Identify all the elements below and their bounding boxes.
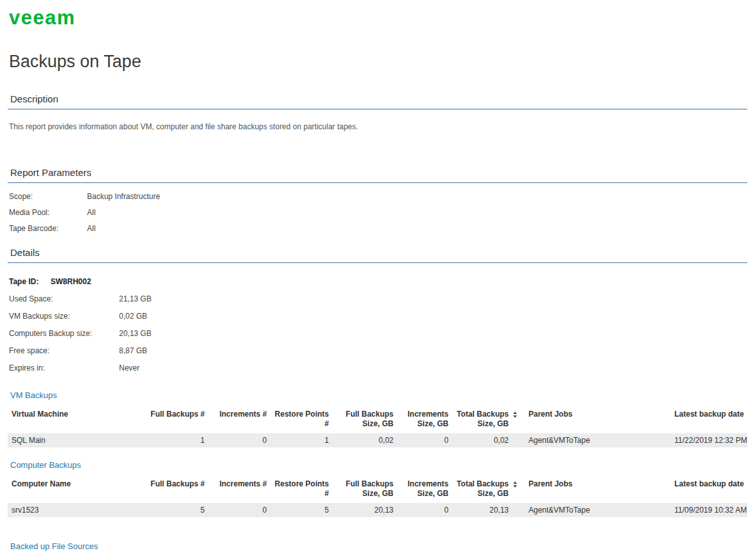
col-header-increments-count[interactable]: Increments # — [205, 408, 267, 433]
sort-icon[interactable] — [513, 481, 517, 488]
veeam-logo: veeam — [9, 8, 747, 28]
col-header-increments-size[interactable]: IncrementsSize, GB — [393, 477, 449, 503]
col-header-computer-name[interactable]: Computer Name — [8, 477, 142, 503]
report-parameters-section: Report Parameters Scope: Backup Infrastr… — [8, 167, 747, 233]
parameter-label: Media Pool: — [9, 208, 87, 217]
cell-full-backups-size: 20,13 — [329, 503, 393, 517]
detail-value: 0,02 GB — [119, 312, 147, 321]
cell-full-backups-count: 1 — [142, 433, 205, 447]
col-header-restore-points[interactable]: Restore Points# — [267, 408, 329, 433]
cell-increments-size: 0 — [393, 503, 449, 517]
parameter-row-tape-barcode: Tape Barcode: All — [8, 224, 747, 233]
cell-virtual-machine: SQL Main — [8, 433, 142, 447]
parameter-label: Tape Barcode: — [9, 224, 87, 233]
detail-value: 21,13 GB — [119, 294, 152, 303]
col-header-full-backups-size[interactable]: Full BackupsSize, GB — [329, 408, 393, 433]
col-header-total-backups-size[interactable]: Total Backups Size, GB — [449, 408, 516, 433]
cell-computer-name: srv1523 — [8, 503, 142, 517]
tape-id-label: Tape ID: — [9, 277, 51, 286]
vm-backups-table: Virtual Machine Full Backups # Increment… — [8, 408, 747, 447]
col-header-latest-backup-date[interactable]: Latest backup date — [674, 477, 747, 503]
vm-table-header-row: Virtual Machine Full Backups # Increment… — [8, 408, 747, 433]
sort-icon[interactable] — [513, 412, 517, 418]
cell-total-backups-size: 0,02 — [449, 433, 516, 447]
cell-restore-points: 1 — [267, 433, 329, 447]
detail-row-computers-backup-size: Computers Backup size: 20,13 GB — [8, 329, 747, 338]
page-title: Backups on Tape — [9, 52, 747, 72]
detail-label: Computers Backup size: — [9, 329, 119, 338]
detail-value: 8,87 GB — [119, 346, 147, 355]
vm-backups-block: VM Backups Virtual Machine Full Backups … — [8, 390, 747, 447]
description-text: This report provides information about V… — [9, 122, 747, 131]
detail-row-vm-backups-size: VM Backups size: 0,02 GB — [8, 312, 747, 321]
detail-label: VM Backups size: — [9, 312, 119, 321]
table-row: srv1523 5 0 5 20,13 0 20,13 Agent&VMToTa… — [8, 503, 747, 517]
detail-value: Never — [119, 364, 139, 372]
detail-row-free-space: Free space: 8,87 GB — [8, 346, 747, 355]
parameter-value: All — [87, 208, 95, 217]
parameter-value: Backup Infrastructure — [87, 192, 160, 201]
col-header-restore-points[interactable]: Restore Points# — [267, 477, 329, 503]
description-section: Description This report provides informa… — [8, 93, 747, 131]
cell-increments-count: 0 — [205, 503, 267, 517]
col-header-increments-count[interactable]: Increments # — [205, 477, 267, 503]
parameter-row-media-pool: Media Pool: All — [8, 208, 747, 217]
col-header-parent-jobs[interactable]: Parent Jobs — [516, 408, 674, 433]
details-section: Details Tape ID: SW8RH002 Used Space: 21… — [8, 247, 747, 560]
tape-id-value: SW8RH002 — [51, 277, 91, 286]
parameter-label: Scope: — [9, 192, 87, 201]
detail-row-expires-in: Expires in: Never — [8, 364, 747, 372]
cell-full-backups-count: 5 — [142, 503, 205, 517]
tape-id-row: Tape ID: SW8RH002 — [8, 277, 747, 286]
cell-latest-backup-date: 11/09/2019 10:32 AM — [674, 503, 747, 517]
detail-label: Used Space: — [9, 294, 119, 303]
table-row: SQL Main 1 0 1 0,02 0 0,02 Agent&VMToTap… — [8, 433, 747, 447]
col-header-full-backups-size[interactable]: Full BackupsSize, GB — [329, 477, 393, 503]
computer-table-header-row: Computer Name Full Backups # Increments … — [8, 477, 747, 503]
parameter-value: All — [87, 224, 95, 233]
cell-parent-jobs: Agent&VMToTape — [516, 503, 674, 517]
cell-restore-points: 5 — [267, 503, 329, 517]
detail-label: Free space: — [9, 346, 119, 355]
col-header-full-backups-count[interactable]: Full Backups # — [142, 408, 205, 433]
cell-increments-size: 0 — [393, 433, 449, 447]
col-header-full-backups-count[interactable]: Full Backups # — [142, 477, 205, 503]
description-heading: Description — [8, 93, 747, 109]
detail-row-used-space: Used Space: 21,13 GB — [8, 294, 747, 303]
file-sources-title: Backed up File Sources — [10, 541, 747, 551]
report-page: veeam Backups on Tape Description This r… — [0, 0, 755, 560]
col-header-latest-backup-date[interactable]: Latest backup date — [674, 408, 747, 433]
cell-parent-jobs: Agent&VMToTape — [516, 433, 674, 447]
cell-increments-count: 0 — [205, 433, 267, 447]
detail-label: Expires in: — [9, 364, 119, 372]
col-header-total-backups-size[interactable]: Total Backups Size, GB — [449, 477, 516, 503]
report-parameters-heading: Report Parameters — [8, 167, 747, 183]
computer-backups-block: Computer Backups Computer Name Full Back… — [8, 460, 747, 517]
cell-latest-backup-date: 11/22/2019 12:32 PM — [674, 433, 747, 447]
cell-total-backups-size: 20,13 — [449, 503, 516, 517]
parameter-row-scope: Scope: Backup Infrastructure — [8, 192, 747, 201]
vm-backups-title: VM Backups — [10, 390, 747, 400]
file-sources-block: Backed up File Sources File Share / Serv… — [8, 541, 747, 560]
col-header-increments-size[interactable]: IncrementsSize, GB — [393, 408, 449, 433]
details-heading: Details — [8, 247, 747, 263]
detail-value: 20,13 GB — [119, 329, 152, 338]
col-header-parent-jobs[interactable]: Parent Jobs — [516, 477, 674, 503]
computer-backups-table: Computer Name Full Backups # Increments … — [8, 477, 747, 517]
cell-full-backups-size: 0,02 — [329, 433, 393, 447]
computer-backups-title: Computer Backups — [10, 460, 747, 470]
col-header-virtual-machine[interactable]: Virtual Machine — [8, 408, 142, 433]
